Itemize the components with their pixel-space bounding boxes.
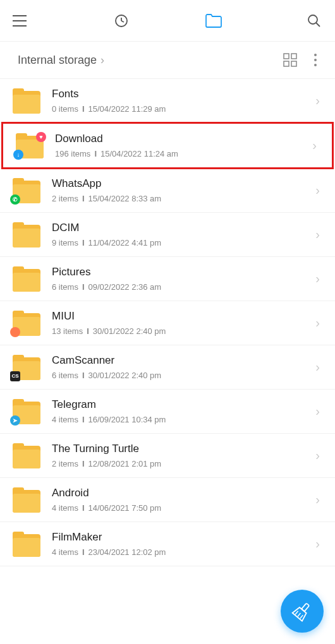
chevron-right-icon: › <box>315 537 320 551</box>
top-bar <box>0 0 335 42</box>
folder-name: Download <box>55 133 312 145</box>
folder-icon: ↓♥ <box>16 133 44 158</box>
folder-icon <box>13 532 40 557</box>
chevron-right-icon: › <box>100 54 104 67</box>
breadcrumb-bar: Internal storage › <box>0 42 335 79</box>
svg-line-7 <box>316 23 320 27</box>
folder-icon <box>13 222 40 247</box>
folder-meta: 13 itemsI30/01/2022 2:40 pm <box>52 326 315 336</box>
folder-name: MIUI <box>52 310 315 323</box>
folder-info: MIUI 13 itemsI30/01/2022 2:40 pm <box>52 310 315 336</box>
tabs <box>113 13 222 29</box>
folder-tab-icon[interactable] <box>205 13 222 29</box>
svg-point-14 <box>314 64 317 66</box>
folder-badge-icon: CS <box>10 371 20 381</box>
folder-row[interactable]: CS CamScanner 6 itemsI30/01/2022 2:40 pm… <box>0 345 335 390</box>
svg-rect-9 <box>291 54 296 59</box>
folder-icon <box>13 311 40 336</box>
folder-badge-icon <box>10 327 20 337</box>
svg-point-13 <box>314 59 317 61</box>
bar-actions <box>283 53 317 67</box>
folder-meta: 2 itemsI15/04/2022 8:33 am <box>52 194 315 203</box>
folder-name: CamScanner <box>52 354 315 367</box>
folder-name: DCIM <box>52 222 315 234</box>
folder-icon: CS <box>13 355 40 380</box>
chevron-right-icon: › <box>315 448 320 463</box>
svg-line-16 <box>295 611 298 614</box>
folder-name: Fonts <box>52 88 315 100</box>
folder-list: Fonts 0 itemsI15/04/2022 11:29 am › ↓♥ D… <box>0 79 335 566</box>
folder-name: Pictures <box>52 266 315 278</box>
folder-row[interactable]: DCIM 9 itemsI11/04/2022 4:41 pm › <box>0 213 335 257</box>
svg-rect-8 <box>284 54 289 59</box>
chevron-right-icon: › <box>315 227 320 242</box>
folder-name: WhatsApp <box>52 177 315 190</box>
folder-row[interactable]: Fonts 0 itemsI15/04/2022 11:29 am › <box>0 79 335 123</box>
folder-row[interactable]: Pictures 6 itemsI09/02/2022 2:36 am › <box>0 257 335 301</box>
folder-row[interactable]: ↓♥ Download 196 itemsI15/04/2022 11:24 a… <box>1 122 334 169</box>
folder-badge-icon: ↓ <box>13 150 23 160</box>
folder-badge-icon: ♥ <box>36 132 46 142</box>
breadcrumb[interactable]: Internal storage › <box>18 54 104 67</box>
folder-info: FilmMaker 4 itemsI23/04/2021 12:02 pm <box>52 531 315 557</box>
folder-meta: 196 itemsI15/04/2022 11:24 am <box>55 149 312 158</box>
folder-meta: 4 itemsI23/04/2021 12:02 pm <box>52 547 315 557</box>
folder-meta: 4 itemsI16/09/2021 10:34 pm <box>52 415 315 424</box>
folder-info: Download 196 itemsI15/04/2022 11:24 am <box>55 133 312 158</box>
svg-point-6 <box>308 15 317 24</box>
folder-icon <box>13 88 40 114</box>
folder-name: FilmMaker <box>52 531 315 544</box>
svg-line-18 <box>300 615 303 618</box>
svg-line-17 <box>298 613 300 616</box>
folder-info: DCIM 9 itemsI11/04/2022 4:41 pm <box>52 222 315 247</box>
chevron-right-icon: › <box>315 492 320 507</box>
folder-info: WhatsApp 2 itemsI15/04/2022 8:33 am <box>52 177 315 203</box>
folder-icon: ➤ <box>13 399 40 424</box>
folder-badge-icon: ✆ <box>10 194 20 205</box>
svg-rect-11 <box>291 61 296 66</box>
svg-point-12 <box>314 54 317 56</box>
folder-meta: 0 itemsI15/04/2022 11:29 am <box>52 104 315 114</box>
folder-name: Telegram <box>52 398 315 411</box>
menu-icon[interactable] <box>13 13 29 29</box>
clean-fab-button[interactable] <box>281 590 324 633</box>
view-grid-icon[interactable] <box>283 53 297 67</box>
chevron-right-icon: › <box>315 93 320 108</box>
folder-row[interactable]: ✆ WhatsApp 2 itemsI15/04/2022 8:33 am › <box>0 169 335 213</box>
svg-line-5 <box>121 21 124 22</box>
folder-info: The Turning Turtle 2 itemsI12/08/2021 2:… <box>52 443 315 468</box>
svg-rect-10 <box>284 61 289 66</box>
folder-info: Fonts 0 itemsI15/04/2022 11:29 am <box>52 88 315 114</box>
folder-row[interactable]: Android 4 itemsI14/06/2021 7:50 pm › <box>0 478 335 522</box>
folder-row[interactable]: MIUI 13 itemsI30/01/2022 2:40 pm › <box>0 301 335 345</box>
folder-meta: 6 itemsI30/01/2022 2:40 pm <box>52 371 315 380</box>
chevron-right-icon: › <box>315 183 320 198</box>
folder-meta: 6 itemsI09/02/2022 2:36 am <box>52 282 315 292</box>
folder-info: Telegram 4 itemsI16/09/2021 10:34 pm <box>52 398 315 424</box>
folder-badge-icon: ➤ <box>10 415 20 426</box>
folder-name: Android <box>52 487 315 499</box>
chevron-right-icon: › <box>315 316 320 330</box>
breadcrumb-title: Internal storage <box>18 54 97 67</box>
folder-info: Pictures 6 itemsI09/02/2022 2:36 am <box>52 266 315 292</box>
folder-icon: ✆ <box>13 178 40 203</box>
folder-row[interactable]: ➤ Telegram 4 itemsI16/09/2021 10:34 pm › <box>0 390 335 434</box>
chevron-right-icon: › <box>315 271 320 286</box>
chevron-right-icon: › <box>315 404 320 419</box>
folder-icon <box>13 266 40 292</box>
folder-name: The Turning Turtle <box>52 443 315 455</box>
folder-meta: 2 itemsI12/08/2021 2:01 pm <box>52 459 315 468</box>
chevron-right-icon: › <box>312 138 317 153</box>
chevron-right-icon: › <box>315 360 320 374</box>
folder-meta: 9 itemsI11/04/2022 4:41 pm <box>52 238 315 247</box>
search-icon[interactable] <box>306 13 322 29</box>
folder-meta: 4 itemsI14/06/2021 7:50 pm <box>52 503 315 513</box>
folder-info: CamScanner 6 itemsI30/01/2022 2:40 pm <box>52 354 315 380</box>
folder-icon <box>13 487 40 513</box>
recent-tab-icon[interactable] <box>113 13 130 29</box>
folder-icon <box>13 443 40 468</box>
more-options-icon[interactable] <box>314 53 317 67</box>
folder-info: Android 4 itemsI14/06/2021 7:50 pm <box>52 487 315 513</box>
folder-row[interactable]: The Turning Turtle 2 itemsI12/08/2021 2:… <box>0 434 335 478</box>
folder-row[interactable]: FilmMaker 4 itemsI23/04/2021 12:02 pm › <box>0 522 335 566</box>
